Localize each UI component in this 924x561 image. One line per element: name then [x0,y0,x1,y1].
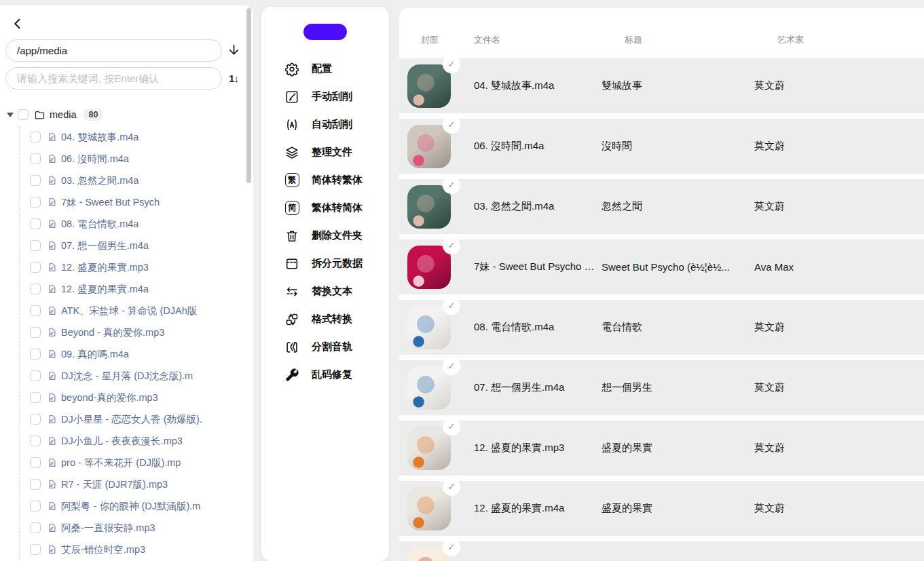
table-row[interactable]: ✓ 08. 電台情歌.m4a 電台情歌 莫文蔚 [399,300,924,355]
menu-item[interactable]: 自动刮削 [261,111,389,138]
tree-item-checkbox[interactable] [30,262,41,273]
tree-item-checkbox[interactable] [30,305,41,316]
tree-item[interactable]: 03. 忽然之間.m4a [30,170,253,191]
tree-item[interactable]: DJ小鱼儿 - 夜夜夜漫长.mp3 [30,430,253,452]
menu-item[interactable]: 乱码修复 [261,361,389,389]
cell-filename: 7妹 - Sweet But Psycho (车... [474,260,602,273]
menu-item[interactable]: 删除文件夹 [261,222,389,250]
sort-button[interactable]: 1↓ [222,73,245,84]
cell-artist: 莫文蔚 [754,140,924,153]
menu-item[interactable]: 繁 简体转繁体 [261,166,389,194]
tree-root-label[interactable]: media [50,109,77,120]
menu-item-label: 乱码修复 [312,368,352,381]
tree-item-checkbox[interactable] [30,153,41,164]
selected-check-badge[interactable]: ✓ [443,237,460,254]
menu-item[interactable]: 简 繁体转简体 [261,194,389,222]
tree-item[interactable]: ATK、宋盐球 - 算命说 (DJAh版 [30,300,253,322]
selected-check-badge[interactable]: ✓ [443,357,460,375]
table-row[interactable]: ✓ 7妹 - Sweet But Psycho (车... Sweet But … [399,239,924,294]
file-tree: media 80 04. 雙城故事.m4a 06. 沒時間.m4a 03. 忽然… [5,104,253,560]
selected-check-badge[interactable]: ✓ [443,297,460,315]
table-row[interactable]: ✓ 12. 盛夏的果實.mp3 盛夏的果實 莫文蔚 [399,421,924,476]
swap-arrows-icon [284,284,300,300]
tree-item[interactable]: 12. 盛夏的果實.m4a [30,278,253,300]
tree-item-checkbox[interactable] [30,501,41,511]
tree-item[interactable]: DJ沈念 - 星月落 (DJ沈念版).m [30,365,253,387]
tree-item[interactable]: 07. 想一個男生.m4a [30,235,253,256]
tree-item-checkbox[interactable] [30,284,41,294]
table-row[interactable]: ✓ 07. 想一個男生.m4a 想一個男生 莫文蔚 [399,360,924,415]
tree-item[interactable]: 阿梨粤 - 你的眼神 (DJ默涵版).m [30,495,253,517]
tree-item-checkbox[interactable] [30,544,41,555]
folder-icon [34,109,45,121]
tree-item[interactable]: 04. 雙城故事.m4a [30,126,253,148]
tree-item-checkbox[interactable] [30,218,41,229]
audio-file-icon [47,349,57,360]
tree-item-label: Beyond - 真的爱你.mp3 [61,326,164,339]
menu-item-label: 替换文本 [312,285,352,298]
tree-item-label: beyond-真的爱你.mp3 [61,391,158,404]
tree-item[interactable]: 08. 電台情歌.m4a [30,213,253,235]
audio-file-icon [47,132,57,142]
tree-item-checkbox[interactable] [30,240,41,251]
tree-item-checkbox[interactable] [30,132,41,142]
tree-item[interactable]: beyond-真的爱你.mp3 [30,387,253,408]
table-row[interactable]: ✓ 12. 盛夏的果實.m4a 盛夏的果實 莫文蔚 [399,481,924,536]
tree-item-checkbox[interactable] [30,479,41,490]
table-row[interactable]: ✓ [399,541,924,561]
tree-item-checkbox[interactable] [30,349,41,360]
tree-item[interactable]: 阿桑-一直很安静.mp3 [30,517,253,539]
sidebar-scrollbar[interactable] [246,8,251,183]
table-row[interactable]: ✓ 06. 沒時間.m4a 沒時間 莫文蔚 [399,119,924,174]
header-title: 标题 [625,34,777,46]
tree-item-checkbox[interactable] [30,522,41,533]
menu-item[interactable]: 配置 [261,55,389,83]
path-input[interactable] [5,39,222,62]
menu-item[interactable]: 替换文本 [261,277,389,305]
tree-item-checkbox[interactable] [30,392,41,403]
load-path-button[interactable] [222,43,245,59]
menu-item[interactable]: 手动刮削 [261,83,389,111]
menu-item[interactable]: 拆分元数据 [261,250,389,277]
selected-check-badge[interactable]: ✓ [443,418,460,436]
audio-file-icon [47,197,57,208]
tree-item[interactable]: 12. 盛夏的果實.mp3 [30,256,253,278]
tree-item[interactable]: 艾辰-错位时空.mp3 [30,539,253,560]
tree-item-checkbox[interactable] [30,414,41,425]
tree-item[interactable]: Beyond - 真的爱你.mp3 [30,322,253,343]
cell-filename: 03. 忽然之間.m4a [474,200,602,213]
tree-item[interactable]: 7妹 - Sweet But Psych [30,191,253,213]
caret-down-icon[interactable] [7,113,14,117]
tree-item[interactable]: DJ小星星 - 恋恋女人香 (劲爆版). [30,408,253,430]
selected-check-badge[interactable]: ✓ [443,116,460,134]
menu-pill-button[interactable] [303,24,347,40]
tree-item[interactable]: 06. 沒時間.m4a [30,148,253,170]
selected-check-badge[interactable]: ✓ [443,539,460,556]
root-checkbox[interactable] [18,109,29,120]
selected-check-badge[interactable]: ✓ [443,478,460,496]
tree-item-checkbox[interactable] [30,327,41,338]
tree-item-checkbox[interactable] [30,370,41,381]
menu-item-label: 删除文件夹 [312,229,363,242]
selected-check-badge[interactable]: ✓ [443,56,460,73]
menu-item-label: 简体转繁体 [312,174,363,187]
tree-item-checkbox[interactable] [30,457,41,468]
back-button[interactable] [8,15,27,34]
selected-check-badge[interactable]: ✓ [443,176,460,194]
tree-item[interactable]: 09. 真的嗎.m4a [30,343,253,365]
tree-root-row[interactable]: media 80 [5,104,253,125]
tree-item[interactable]: R7 - 天涯 (DJR7版).mp3 [30,473,253,495]
table-row[interactable]: ✓ 03. 忽然之間.m4a 忽然之間 莫文蔚 [399,179,924,234]
file-count-badge: 80 [84,109,104,121]
cell-artist: 莫文蔚 [754,381,924,394]
table-header: 封面 文件名 标题 艺术家 [399,8,924,58]
tree-item-checkbox[interactable] [30,175,41,186]
tree-item-checkbox[interactable] [30,436,41,446]
tree-item-checkbox[interactable] [30,197,41,208]
menu-item[interactable]: 整理文件 [261,138,389,166]
table-row[interactable]: ✓ 04. 雙城故事.m4a 雙城故事 莫文蔚 [399,58,924,113]
search-input[interactable] [5,67,222,90]
menu-item[interactable]: 分割音轨 [261,333,389,361]
menu-item[interactable]: 格式转换 [261,305,389,333]
tree-item[interactable]: pro - 等不来花开 (DJ版).mp [30,452,253,473]
